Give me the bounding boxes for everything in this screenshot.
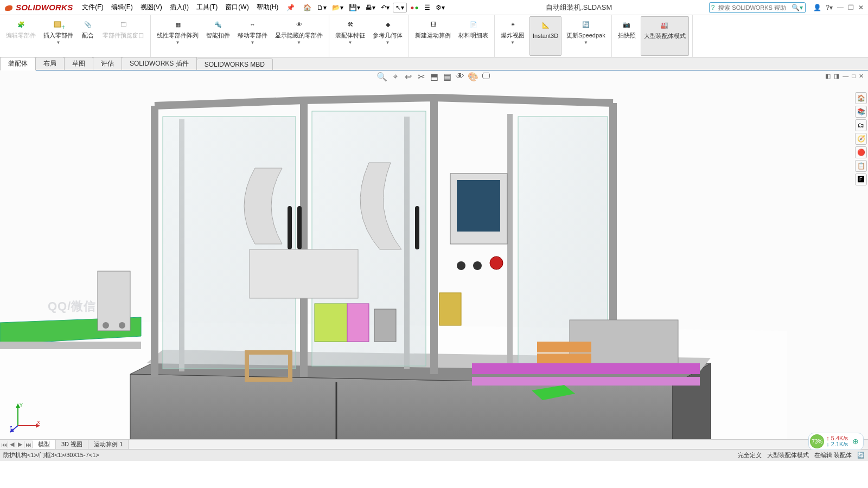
tab-sketch[interactable]: 草图	[64, 57, 93, 70]
open-icon[interactable]: 📂▾	[330, 3, 346, 12]
reference-geometry-button[interactable]: ◆参考几何体▼	[370, 16, 405, 56]
network-percent: 73%	[810, 434, 824, 448]
prev-view-icon[interactable]: ↩	[403, 72, 413, 81]
svg-text:Y: Y	[20, 402, 23, 408]
tab-evaluate[interactable]: 评估	[93, 57, 122, 70]
taskpane-explorer-icon[interactable]: 🗂	[855, 119, 867, 131]
tab-nav-prev-icon[interactable]: ◀	[8, 441, 16, 448]
move-component-button[interactable]: ↔移动零部件▼	[235, 16, 270, 56]
print-icon[interactable]: 🖶▾	[363, 3, 378, 12]
menu-insert[interactable]: 插入(I)	[166, 0, 193, 15]
hide-show-icon[interactable]: 👁	[455, 72, 465, 81]
vp-dock-right-icon[interactable]: ◨	[834, 73, 839, 80]
assembly-features-button[interactable]: 🛠装配体特征▼	[333, 16, 368, 56]
zoom-area-icon[interactable]: ⌖	[390, 72, 400, 81]
status-breadcrumb: 防护机构<1>/门框3<1>/30X15-7<1>	[3, 451, 99, 459]
help-dropdown-icon[interactable]: ?▾	[826, 4, 833, 11]
save-icon[interactable]: 💾▾	[347, 3, 362, 12]
bottom-tab-3dview[interactable]: 3D 视图	[56, 440, 88, 449]
svg-text:+: +	[61, 23, 65, 30]
tab-assembly[interactable]: 装配体	[0, 57, 36, 70]
menu-edit[interactable]: 编辑(E)	[107, 0, 137, 15]
settings-icon[interactable]: ⚙▾	[433, 3, 447, 12]
vp-minimize-icon[interactable]: —	[843, 73, 848, 80]
heads-up-toolbar: 🔍 ⌖ ↩ ✂ ⬒ ▤ 👁 🎨 🖵	[376, 70, 492, 82]
bottom-tabs: ⏮ ◀ ▶ ⏭ 模型 3D 视图 运动算例 1	[0, 439, 868, 449]
bottom-tab-motion1[interactable]: 运动算例 1	[88, 440, 129, 449]
new-icon[interactable]: 🗋▾	[315, 3, 329, 12]
update-speedpak-button[interactable]: 🔄更新Speedpak▼	[564, 16, 608, 56]
menu-view[interactable]: 视图(V)	[137, 0, 166, 15]
status-large-mode: 大型装配体模式	[767, 451, 809, 459]
appearance-icon[interactable]: 🎨	[468, 72, 478, 81]
menu-tools[interactable]: 工具(T)	[193, 0, 221, 15]
linear-pattern-button[interactable]: ▦线性零部件阵列▼	[154, 16, 201, 56]
zoom-fit-icon[interactable]: 🔍	[377, 72, 387, 81]
user-icon[interactable]: 👤	[813, 4, 821, 11]
show-hidden-button[interactable]: 👁显示隐藏的零部件▼	[272, 16, 326, 56]
search-input[interactable]	[716, 4, 789, 11]
solidworks-icon	[3, 3, 14, 12]
undo-icon[interactable]: ↶▾	[379, 3, 392, 12]
taskpane-view-palette-icon[interactable]: 🧭	[855, 133, 867, 145]
mate-button[interactable]: 📎配合	[78, 16, 98, 56]
tab-layout[interactable]: 布局	[35, 57, 65, 70]
axis-triad[interactable]: Y X Z	[10, 401, 42, 434]
section-view-icon[interactable]: ✂	[416, 72, 426, 81]
taskpane-appearances-icon[interactable]: 🔴	[855, 146, 867, 158]
menu-file[interactable]: 文件(F)	[78, 0, 107, 15]
bottom-tab-model[interactable]: 模型	[33, 440, 56, 449]
scene-icon[interactable]: 🖵	[481, 72, 491, 81]
pin-icon[interactable]: 📌	[282, 4, 299, 11]
search-box[interactable]: ? 🔍▾	[709, 2, 806, 13]
exploded-view-button[interactable]: ✴爆炸视图▼	[498, 16, 527, 56]
search-icon[interactable]: 🔍▾	[789, 4, 805, 11]
display-style-icon[interactable]: ▤	[442, 72, 452, 81]
menu-bar: SOLIDWORKS 文件(F) 编辑(E) 视图(V) 插入(I) 工具(T)…	[0, 0, 868, 15]
minimize-icon[interactable]: —	[837, 4, 844, 11]
svg-rect-12	[297, 206, 302, 249]
view-orient-icon[interactable]: ⬒	[429, 72, 439, 81]
options-icon[interactable]: ☰	[422, 3, 432, 12]
svg-rect-25	[315, 304, 347, 342]
snapshot-button[interactable]: 📷拍快照	[615, 16, 639, 56]
svg-rect-15	[457, 180, 500, 232]
insert-component-button[interactable]: +插入零部件▼	[41, 16, 76, 56]
large-assembly-mode-button[interactable]: 🏭大型装配体模式	[641, 16, 689, 56]
graphics-viewport[interactable]: QQ/微信	[0, 70, 868, 461]
taskpane-forum-icon[interactable]: 🅵	[855, 174, 867, 185]
tab-nav-next-icon[interactable]: ▶	[16, 441, 24, 448]
vp-close-icon[interactable]: ✕	[859, 73, 864, 80]
brand-text: SOLIDWORKS	[16, 3, 73, 12]
menu-window[interactable]: 窗口(W)	[221, 0, 252, 15]
svg-rect-33	[472, 377, 700, 386]
svg-rect-28	[439, 293, 461, 325]
tab-addins[interactable]: SOLIDWORKS 插件	[122, 57, 197, 70]
title-controls: 👤 ?▾ — ❐ ✕	[809, 4, 868, 11]
network-monitor[interactable]: 73% ↑ 5.4K/s ↓ 2.1K/s ⊕	[808, 433, 864, 450]
status-reload-icon[interactable]: 🔄	[857, 452, 865, 459]
svg-rect-20	[0, 342, 141, 349]
restore-icon[interactable]: ❐	[848, 4, 854, 11]
taskpane-properties-icon[interactable]: 📋	[855, 160, 867, 172]
net-expand-icon[interactable]: ⊕	[852, 437, 859, 446]
rebuild-icon[interactable]: ●●	[408, 3, 421, 12]
instant3d-button[interactable]: 📐Instant3D	[529, 16, 561, 56]
taskpane-resources-icon[interactable]: 🏠	[855, 92, 867, 104]
smart-fastener-button[interactable]: 🔩智能扣件	[203, 16, 233, 56]
tab-mbd[interactable]: SOLIDWORKS MBD	[196, 59, 273, 70]
new-motion-study-button[interactable]: 🎞新建运动算例	[412, 16, 454, 56]
vp-dock-left-icon[interactable]: ◧	[825, 73, 831, 80]
menu-help[interactable]: 帮助(H)	[253, 0, 283, 15]
vp-maximize-icon[interactable]: □	[852, 73, 856, 80]
tab-nav-last-icon[interactable]: ⏭	[24, 441, 33, 448]
ribbon: 🧩编辑零部件 +插入零部件▼ 📎配合 🗔零部件预览窗口 ▦线性零部件阵列▼ 🔩智…	[0, 15, 868, 57]
tab-nav-first-icon[interactable]: ⏮	[0, 441, 8, 448]
home-icon[interactable]: 🏠	[301, 3, 314, 12]
svg-rect-30	[537, 342, 591, 352]
net-down: ↓ 2.1K/s	[826, 441, 848, 447]
close-icon[interactable]: ✕	[858, 4, 864, 11]
bom-button[interactable]: 📄材料明细表	[456, 16, 491, 56]
taskpane-library-icon[interactable]: 📚	[855, 106, 867, 118]
select-icon[interactable]: ↖▾	[393, 3, 407, 12]
